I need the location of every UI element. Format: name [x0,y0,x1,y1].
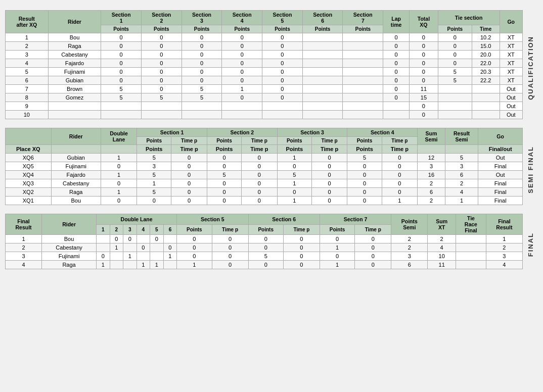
semi-th-sub: Time p [242,137,278,145]
semi-cell-4-3: 5 [137,188,171,197]
semi-cell-5-3: 0 [137,197,171,205]
semi-subrow-8: Time p [311,145,347,154]
final-sub-s7time: Time p [355,225,391,235]
final-cell-3-6: 1 [150,261,164,269]
qual-cell-2-4: 0 [182,51,222,59]
qual-cell-1-11: 0 [438,42,472,51]
final-cell-1-9: 0 [212,243,248,252]
qual-cell-3-4: 0 [182,59,222,68]
final-cell-3-5: 1 [137,261,150,269]
semi-cell-2-6: 0 [242,171,278,179]
qual-cell-0-9: 0 [383,33,410,42]
semi-subrow-0: Place XQ [6,145,52,154]
final-cell-2-17: 3 [486,252,522,261]
qual-cell-1-3: 0 [141,42,182,51]
semi-cell-2-3: 5 [137,171,171,179]
semifinal-table: RiderDoubleLaneSection 1Section 2Section… [5,128,523,205]
semi-cell-2-11: 16 [418,171,445,179]
semi-th [6,128,52,145]
qual-header-result: Resultafter XQ [6,11,49,33]
semi-cell-0-12: 5 [445,154,478,162]
semi-cell-2-9: 0 [347,171,382,179]
semi-cell-5-0: XQ1 [6,197,52,205]
semi-subrow-11 [418,145,445,154]
qual-cell-7-0: 8 [6,93,49,102]
final-cell-1-15: 4 [428,243,456,252]
qual-cell-9-4 [182,111,222,119]
final-cell-1-0: 2 [6,243,42,252]
final-cell-3-10: 0 [248,261,283,269]
qual-cell-3-8 [343,59,383,68]
qual-cell-0-7 [302,33,343,42]
semi-cell-2-4: 0 [171,171,207,179]
final-cell-1-7: 0 [163,243,177,252]
qual-cell-4-2: 0 [101,68,142,76]
final-cell-0-9: 0 [212,235,248,243]
qual-header-s1: Section1 [101,11,142,25]
qual-cell-1-7 [302,42,343,51]
final-cell-3-4 [123,261,137,269]
final-cell-2-5 [137,252,150,261]
semi-cell-1-13: Final [478,162,523,171]
qual-cell-7-1: Gomez [48,93,101,102]
semi-cell-0-11: 12 [418,154,445,162]
qual-cell-3-9: 0 [383,59,410,68]
semi-cell-5-7: 1 [277,197,311,205]
qual-cell-2-6: 0 [262,51,303,59]
semi-cell-4-6: 0 [242,188,278,197]
qual-cell-0-8 [343,33,383,42]
semi-th: Section 4 [347,128,418,137]
qual-cell-3-10: 0 [410,59,438,68]
semi-th-sub: Time p [171,137,207,145]
semi-cell-4-7: 0 [277,188,311,197]
qual-cell-3-5: 0 [222,59,262,68]
final-cell-0-16 [456,235,486,243]
semi-th-sub: Time p [382,137,418,145]
final-cell-1-1: Cabestany [42,243,97,252]
semi-cell-3-5: 0 [207,179,241,188]
qual-header-tiesection: Tie section [438,11,500,25]
qual-cell-7-5: 0 [222,93,262,102]
semi-subrow-12 [445,145,478,154]
qual-cell-5-13: XT [500,76,523,85]
qual-sub-s5pts: Points [262,25,303,33]
final-cell-2-11: 0 [283,252,320,261]
qual-cell-6-13: Out [500,85,523,93]
final-cell-2-6 [150,252,164,261]
qual-cell-4-11: 5 [438,68,472,76]
qual-cell-4-6: 0 [262,68,303,76]
semi-subrow-4: Time p [171,145,207,154]
semi-cell-5-12: 1 [445,197,478,205]
semi-cell-1-2: 0 [101,162,137,171]
semi-subrow-9: Points [347,145,382,154]
qual-cell-9-3 [141,111,182,119]
final-cell-0-8: 0 [177,235,212,243]
final-cell-3-2: 1 [97,261,110,269]
qual-cell-2-2: 0 [101,51,142,59]
qual-cell-7-12 [472,93,500,102]
semi-cell-1-9: 0 [347,162,382,171]
qual-cell-9-10: 0 [410,111,438,119]
final-cell-3-14: 6 [391,261,428,269]
semi-cell-2-7: 5 [277,171,311,179]
qual-cell-5-11: 5 [438,76,472,85]
final-cell-2-7: 1 [163,252,177,261]
semi-th-sub: Time p [311,137,347,145]
final-cell-0-11: 0 [283,235,320,243]
qual-cell-5-10: 0 [410,76,438,85]
qual-sub-s3pts: Points [182,25,222,33]
final-cell-2-15: 10 [428,252,456,261]
semi-cell-5-2: 0 [101,197,137,205]
semi-cell-0-5: 0 [207,154,241,162]
final-cell-0-4: 0 [123,235,137,243]
semi-cell-5-1: Bou [51,197,101,205]
qual-cell-3-2: 0 [101,59,142,68]
final-cell-2-4: 1 [123,252,137,261]
final-label: FINAL [524,230,537,259]
final-cell-3-12: 1 [320,261,354,269]
qual-cell-4-0: 5 [6,68,49,76]
qual-cell-8-8 [343,102,383,111]
final-cell-2-14: 3 [391,252,428,261]
final-cell-3-11: 0 [283,261,320,269]
semi-cell-3-9: 0 [347,179,382,188]
